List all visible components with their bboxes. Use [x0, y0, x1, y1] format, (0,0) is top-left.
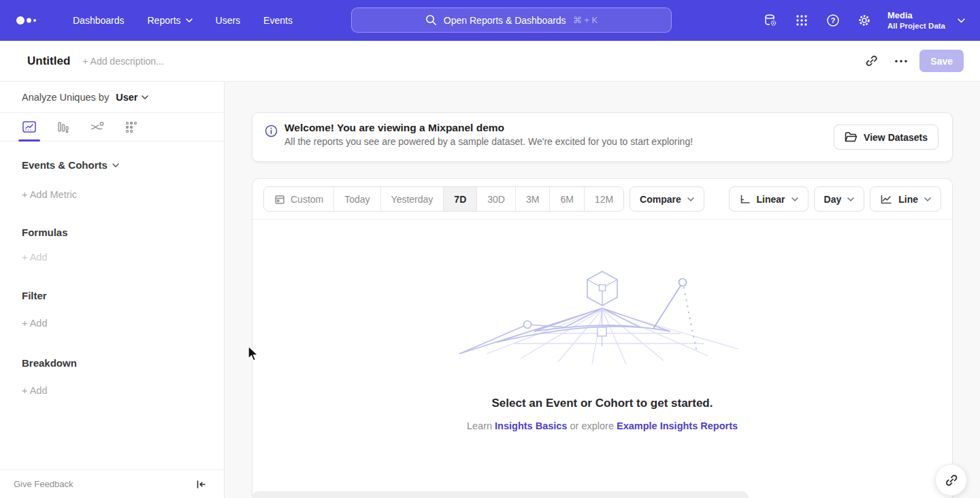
calendar-icon [274, 194, 285, 205]
gear-icon [857, 13, 872, 28]
interval-dropdown[interactable]: Day [814, 186, 865, 212]
view-datasets-button[interactable]: View Datasets [834, 124, 938, 150]
search-icon [425, 14, 437, 26]
collapse-sidebar-button[interactable] [196, 480, 206, 489]
chart-type-dropdown[interactable]: Line [870, 186, 941, 212]
date-range-12m[interactable]: 12M [585, 187, 623, 211]
add-filter-button[interactable]: + Add [22, 318, 224, 329]
nav-dashboards[interactable]: Dashboards [64, 10, 133, 31]
project-name: Media [887, 10, 945, 21]
data-management-button[interactable] [758, 8, 783, 33]
date-range-6m[interactable]: 6M [550, 187, 584, 211]
folder-icon [845, 132, 858, 143]
nav-events[interactable]: Events [255, 10, 301, 31]
mixpanel-logo-icon [15, 14, 39, 27]
chevron-down-icon [186, 18, 193, 22]
date-range-today[interactable]: Today [334, 187, 380, 211]
line-chart-icon [880, 194, 892, 205]
query-builder-sidebar: Analyze Uniques by User [0, 82, 225, 498]
insights-basics-link[interactable]: Insights Basics [495, 420, 567, 431]
chevron-down-icon [791, 197, 798, 201]
help-button[interactable]: ? [821, 8, 845, 33]
bar-chart-tab-icon [56, 120, 70, 134]
svg-text:?: ? [831, 16, 836, 24]
tab-retention-grid[interactable] [122, 114, 140, 141]
give-feedback-link[interactable]: Give Feedback [14, 479, 73, 489]
report-actions: Save [860, 50, 964, 73]
apps-grid-button[interactable] [789, 8, 814, 33]
ellipsis-icon [895, 60, 907, 63]
project-chevron-button[interactable] [958, 18, 965, 23]
add-metric-button[interactable]: + Add Metric [22, 189, 224, 200]
search-placeholder: Open Reports & Dashboards [444, 15, 566, 26]
add-breakdown-button[interactable]: + Add [22, 385, 224, 396]
project-switcher[interactable]: Media All Project Data [887, 10, 945, 31]
report-title-bar: Untitled + Add description... Save [0, 41, 980, 82]
next-section-peek [252, 491, 749, 498]
mixpanel-logo[interactable] [15, 14, 39, 27]
formulas-section: Formulas + Add [0, 227, 224, 263]
filter-heading: Filter [22, 290, 224, 301]
save-button[interactable]: Save [919, 50, 964, 72]
add-description-field[interactable]: + Add description... [82, 56, 163, 67]
date-range-7d[interactable]: 7D [444, 187, 477, 211]
demo-welcome-banner: Welcome! You are viewing a Mixpanel demo… [252, 112, 953, 162]
empty-state-title: Select an Event or Cohort to get started… [492, 397, 713, 410]
linear-axis-icon [739, 194, 751, 205]
events-cohorts-heading[interactable]: Events & Cohorts [22, 159, 224, 171]
global-search-input[interactable]: Open Reports & Dashboards ⌘ + K [351, 7, 672, 33]
flows-tab-icon [90, 120, 105, 134]
scale-dropdown[interactable]: Linear [729, 186, 808, 212]
empty-state: Select an Event or Cohort to get started… [252, 220, 952, 431]
banner-text: Welcome! You are viewing a Mixpanel demo… [284, 113, 693, 147]
topnav-actions: ? Media All Project Data [758, 0, 965, 41]
tab-flows[interactable] [88, 114, 106, 141]
breakdown-heading: Breakdown [22, 357, 224, 369]
search-shortcut-hint: ⌘ + K [573, 15, 598, 25]
link-icon [945, 474, 958, 487]
insights-chart-card: Custom Today Yesterday 7D 30D 3M 6M 12M … [252, 178, 953, 498]
info-icon [265, 124, 278, 140]
report-title[interactable]: Untitled [27, 54, 70, 68]
chevron-down-icon [847, 197, 854, 201]
date-range-3m[interactable]: 3M [516, 187, 550, 211]
date-range-30d[interactable]: 30D [477, 187, 516, 211]
analyze-by-dropdown[interactable]: User [116, 92, 148, 103]
nav-reports[interactable]: Reports [139, 10, 201, 31]
nav-users[interactable]: Users [207, 10, 250, 31]
tab-bar-chart[interactable] [54, 114, 72, 141]
chevron-down-icon [687, 197, 694, 201]
date-range-yesterday[interactable]: Yesterday [381, 187, 444, 211]
add-formula-button[interactable]: + Add [22, 252, 224, 263]
grid-dots-icon [795, 14, 808, 27]
filter-section: Filter + Add [0, 290, 224, 329]
dots-grid-tab-icon [125, 120, 138, 134]
compare-dropdown[interactable]: Compare [630, 186, 704, 212]
sidebar-footer: Give Feedback [0, 469, 224, 498]
report-main-area: Welcome! You are viewing a Mixpanel demo… [225, 82, 980, 498]
share-link-floating-button[interactable] [935, 464, 967, 496]
settings-button[interactable] [852, 8, 877, 33]
visualization-tabs [0, 113, 224, 142]
empty-state-links: Learn Insights Basics or explore Example… [467, 420, 738, 431]
collapse-left-icon [196, 480, 206, 489]
date-range-custom[interactable]: Custom [264, 187, 334, 211]
example-insights-reports-link[interactable]: Example Insights Reports [617, 420, 738, 431]
events-cohorts-section: Events & Cohorts + Add Metric [0, 159, 224, 200]
link-icon [865, 54, 878, 67]
help-icon: ? [826, 13, 840, 28]
copy-link-button[interactable] [860, 50, 883, 73]
analyze-uniques-row: Analyze Uniques by User [0, 82, 224, 113]
chevron-down-icon [958, 18, 965, 23]
banner-subtitle: All the reports you see are powered by a… [284, 136, 693, 147]
database-gear-icon [763, 13, 778, 28]
date-range-segmented-control: Custom Today Yesterday 7D 30D 3M 6M 12M [263, 186, 624, 212]
breakdown-section: Breakdown + Add [0, 357, 224, 396]
more-options-button[interactable] [889, 50, 913, 73]
wireframe-landscape-illustration [446, 262, 759, 364]
chart-controls-row: Custom Today Yesterday 7D 30D 3M 6M 12M … [252, 179, 952, 220]
top-navigation: Dashboards Reports Users Events Open Rep… [0, 0, 980, 41]
chevron-down-icon [112, 163, 119, 167]
primary-nav: Dashboards Reports Users Events [64, 10, 301, 31]
tab-insights-line[interactable] [20, 114, 38, 141]
